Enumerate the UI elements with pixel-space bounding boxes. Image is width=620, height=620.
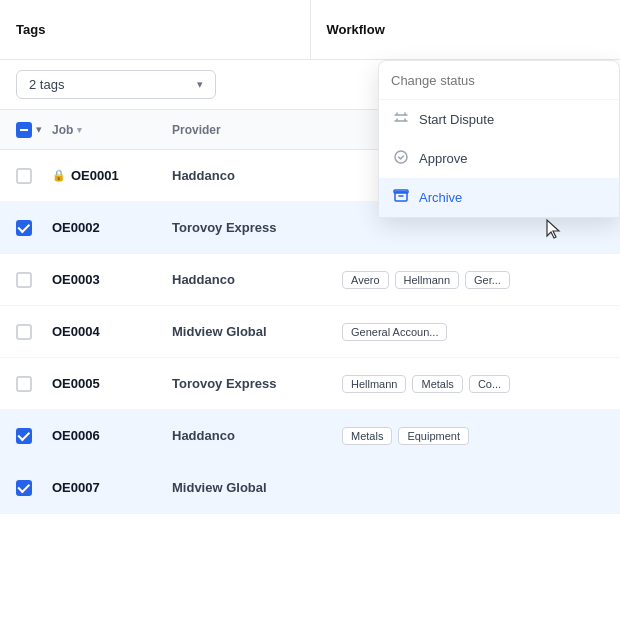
row-checkbox-col — [16, 376, 52, 392]
provider-cell: Midview Global — [172, 324, 342, 339]
provider-cell: Torovoy Express — [172, 376, 342, 391]
row-checkbox-col — [16, 324, 52, 340]
provider-name: Torovoy Express — [172, 220, 277, 235]
tags-cell: HellmannMetalsCo... — [342, 375, 604, 393]
table-row: OE0003HaddancoAveroHellmannGer... — [0, 254, 620, 306]
tags-dropdown[interactable]: 2 tags ▾ — [16, 70, 216, 99]
provider-cell: Haddanco — [172, 168, 342, 183]
tags-cell: AveroHellmannGer... — [342, 271, 604, 289]
header-row: Tags Workflow — [0, 0, 620, 60]
job-id-cell: OE0007 — [52, 480, 172, 495]
job-id-cell: OE0002 — [52, 220, 172, 235]
row-checkbox[interactable] — [16, 168, 32, 184]
lock-icon: 🔒 — [52, 169, 66, 182]
row-checkbox[interactable] — [16, 324, 32, 340]
provider-column-header: Provider — [172, 123, 342, 137]
archive-icon — [393, 188, 409, 207]
chevron-down-icon[interactable]: ▾ — [36, 123, 42, 136]
job-id: OE0006 — [52, 428, 100, 443]
table-row: OE0004Midview GlobalGeneral Accoun... — [0, 306, 620, 358]
job-id: OE0002 — [52, 220, 100, 235]
sort-icon: ▾ — [77, 125, 82, 135]
row-checkbox-col — [16, 272, 52, 288]
chevron-down-icon: ▾ — [197, 78, 203, 91]
row-checkbox[interactable] — [16, 220, 32, 236]
provider-name: Midview Global — [172, 324, 267, 339]
provider-name: Midview Global — [172, 480, 267, 495]
job-id-cell: OE0004 — [52, 324, 172, 339]
provider-cell: Torovoy Express — [172, 220, 342, 235]
job-id: OE0005 — [52, 376, 100, 391]
start-dispute-label: Start Dispute — [419, 112, 494, 127]
job-id-cell: OE0006 — [52, 428, 172, 443]
row-checkbox-col — [16, 480, 52, 496]
job-id-cell: 🔒OE0001 — [52, 168, 172, 183]
job-id: OE0004 — [52, 324, 100, 339]
approve-icon — [393, 149, 409, 168]
table-row: OE0005Torovoy ExpressHellmannMetalsCo... — [0, 358, 620, 410]
tag-badge[interactable]: Metals — [412, 375, 462, 393]
tag-badge[interactable]: Hellmann — [342, 375, 406, 393]
header-checkbox-col: ▾ — [16, 122, 52, 138]
job-column-header[interactable]: Job ▾ — [52, 123, 172, 137]
dropdown-item-start-dispute[interactable]: Start Dispute — [379, 100, 619, 139]
workflow-section: Workflow — [311, 0, 621, 59]
provider-name: Haddanco — [172, 168, 235, 183]
tag-badge[interactable]: Co... — [469, 375, 510, 393]
tag-badge[interactable]: Equipment — [398, 427, 469, 445]
approve-label: Approve — [419, 151, 467, 166]
row-checkbox[interactable] — [16, 428, 32, 444]
provider-name: Haddanco — [172, 428, 235, 443]
job-id: OE0007 — [52, 480, 100, 495]
table-row: OE0006HaddancoMetalsEquipment — [0, 410, 620, 462]
tags-cell: MetalsEquipment — [342, 427, 604, 445]
dropdown-item-approve[interactable]: Approve — [379, 139, 619, 178]
table-row: OE0007Midview Global — [0, 462, 620, 514]
row-checkbox-col — [16, 220, 52, 236]
start-dispute-icon — [393, 110, 409, 129]
job-id: OE0003 — [52, 272, 100, 287]
select-all-checkbox[interactable] — [16, 122, 32, 138]
tags-dropdown-text: 2 tags — [29, 77, 64, 92]
dropdown-items-list: Start DisputeApproveArchive — [379, 100, 619, 217]
dropdown-search-area — [379, 61, 619, 100]
row-checkbox[interactable] — [16, 376, 32, 392]
job-id-cell: OE0003 — [52, 272, 172, 287]
provider-cell: Midview Global — [172, 480, 342, 495]
dropdown-item-archive[interactable]: Archive — [379, 178, 619, 217]
row-checkbox-col — [16, 428, 52, 444]
archive-label: Archive — [419, 190, 462, 205]
change-status-input[interactable] — [391, 73, 607, 88]
row-checkbox[interactable] — [16, 480, 32, 496]
job-id-cell: OE0005 — [52, 376, 172, 391]
tag-badge[interactable]: General Accoun... — [342, 323, 447, 341]
row-checkbox[interactable] — [16, 272, 32, 288]
provider-cell: Haddanco — [172, 272, 342, 287]
row-checkbox-col — [16, 168, 52, 184]
tags-section: Tags — [0, 0, 311, 59]
tags-header-label: Tags — [16, 22, 45, 37]
workflow-header-label: Workflow — [327, 22, 385, 37]
svg-point-0 — [395, 151, 407, 163]
provider-cell: Haddanco — [172, 428, 342, 443]
status-dropdown-menu: Start DisputeApproveArchive — [378, 60, 620, 218]
job-id: 🔒OE0001 — [52, 168, 119, 183]
tag-badge[interactable]: Ger... — [465, 271, 510, 289]
tags-cell: General Accoun... — [342, 323, 604, 341]
tag-badge[interactable]: Avero — [342, 271, 389, 289]
tag-badge[interactable]: Hellmann — [395, 271, 459, 289]
tag-badge[interactable]: Metals — [342, 427, 392, 445]
provider-name: Torovoy Express — [172, 376, 277, 391]
provider-name: Haddanco — [172, 272, 235, 287]
